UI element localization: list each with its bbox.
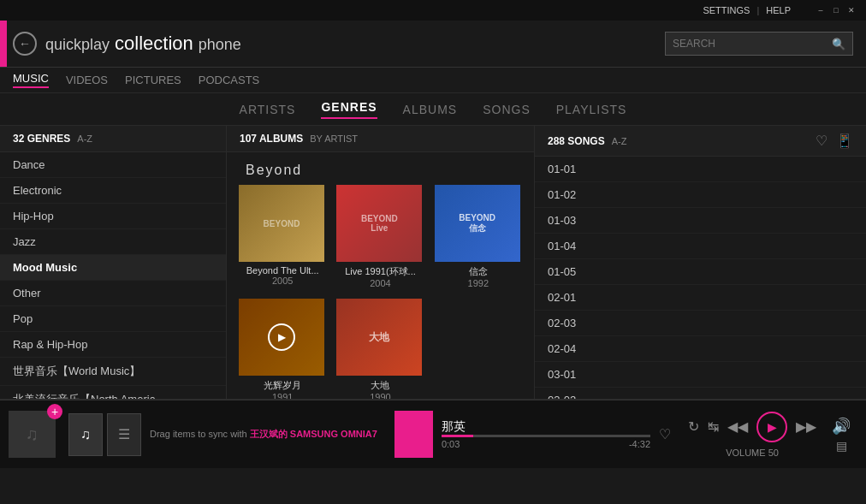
- song-item[interactable]: 02-03: [535, 311, 866, 336]
- albums-panel: 107 ALBUMS BY ARTIST Beyond BEYOND Beyon…: [227, 126, 535, 399]
- shuffle-icon[interactable]: ↹: [708, 418, 719, 435]
- song-item[interactable]: 01-01: [535, 157, 866, 182]
- tab-songs[interactable]: SONGS: [483, 103, 531, 116]
- close-icon[interactable]: ✕: [845, 4, 857, 16]
- album-year: 1992: [435, 278, 522, 288]
- album-live-1991[interactable]: BEYONDLive Live 1991(环球... 2004: [331, 180, 429, 294]
- progress-bar[interactable]: [442, 435, 650, 437]
- genre-north-america-1[interactable]: 北美流行音乐【North Americ...: [0, 386, 226, 399]
- album-year: 1990: [336, 392, 424, 399]
- extra-controls: 🔊 ▤: [825, 417, 857, 453]
- tab-artists[interactable]: ARTISTS: [240, 103, 296, 116]
- album-dadi[interactable]: 大地 大地 1990: [331, 294, 429, 399]
- album-cover-guanghui: ▶: [239, 299, 324, 376]
- genre-other[interactable]: Other: [0, 281, 226, 306]
- search-icon[interactable]: 🔍: [825, 38, 852, 50]
- genres-header: 32 GENRES A-Z: [0, 126, 226, 152]
- songs-panel: 288 SONGS A-Z ♡ 📱 01-01 01-02 01-03 01-0…: [535, 126, 866, 399]
- song-item[interactable]: 02-01: [535, 285, 866, 311]
- songs-header: 288 SONGS A-Z ♡ 📱: [535, 126, 866, 157]
- main-content: 32 GENRES A-Z Dance Electronic Hip-Hop J…: [0, 126, 866, 400]
- subnav-podcasts[interactable]: PODCASTS: [199, 74, 260, 86]
- drag-hint: Drag items to sync with 王汉斌的 SAMSUNG OMN…: [150, 424, 377, 441]
- album-name: 光辉岁月: [239, 379, 326, 392]
- player-thumb-area: ♫ +: [9, 411, 56, 458]
- settings-link[interactable]: SETTINGS: [703, 5, 750, 15]
- drag-device: SAMSUNG OMNIA7: [290, 429, 377, 439]
- genre-mood-music[interactable]: Mood Music: [0, 255, 226, 281]
- player-track-info: 那英 0:03 -4:32: [442, 419, 650, 449]
- album-year: 1991: [239, 392, 326, 399]
- sync-list-icon[interactable]: ☰: [107, 413, 141, 456]
- player-thumb: ♫: [9, 411, 56, 458]
- album-belief[interactable]: BEYOND信念 信念 1992: [430, 180, 527, 294]
- genre-dance[interactable]: Dance: [0, 152, 226, 178]
- tab-albums[interactable]: ALBUMS: [403, 103, 458, 116]
- restore-icon[interactable]: □: [830, 4, 842, 16]
- help-link[interactable]: HELP: [766, 5, 791, 15]
- volume-label: VOLUME 50: [726, 448, 779, 458]
- search-input[interactable]: [666, 38, 825, 50]
- songs-sort[interactable]: A-Z: [612, 136, 627, 146]
- song-item[interactable]: 03-02: [535, 388, 866, 399]
- genre-hiphop[interactable]: Hip-Hop: [0, 204, 226, 229]
- genre-rap[interactable]: Rap & Hip-Hop: [0, 332, 226, 358]
- play-circle-icon: ▶: [268, 323, 295, 351]
- song-item[interactable]: 01-03: [535, 208, 866, 234]
- genre-jazz[interactable]: Jazz: [0, 229, 226, 255]
- song-item[interactable]: 01-04: [535, 234, 866, 259]
- genres-count: 32 GENRES: [13, 133, 70, 145]
- tab-playlists[interactable]: PLAYLISTS: [556, 103, 627, 116]
- genre-world-music[interactable]: 世界音乐【World Music】: [0, 358, 226, 386]
- player-track-name: 那英: [442, 419, 650, 435]
- song-item[interactable]: 01-02: [535, 182, 866, 208]
- play-overlay: ▶: [239, 299, 324, 376]
- equalizer-icon[interactable]: ▤: [836, 439, 847, 453]
- phone-filter-icon[interactable]: 📱: [836, 133, 853, 149]
- quickplay-label[interactable]: quickplay: [45, 36, 110, 54]
- songs-count: 288 SONGS: [548, 135, 605, 147]
- phone-label[interactable]: phone: [199, 36, 241, 54]
- tabs: ARTISTS GENRES ALBUMS SONGS PLAYLISTS: [0, 93, 866, 126]
- collection-label[interactable]: collection: [115, 33, 193, 55]
- artist-label: Beyond: [239, 159, 309, 179]
- back-button[interactable]: ←: [13, 32, 37, 56]
- volume-icon[interactable]: 🔊: [832, 417, 851, 436]
- minimize-icon[interactable]: –: [815, 4, 827, 16]
- album-cover-belief: BEYOND信念: [435, 185, 520, 262]
- subnav-pictures[interactable]: PICTURES: [125, 74, 181, 86]
- album-name: Beyond The Ult...: [239, 265, 326, 276]
- play-button[interactable]: ▶: [756, 412, 787, 442]
- prev-icon[interactable]: ◀◀: [727, 418, 748, 435]
- song-item[interactable]: 02-04: [535, 336, 866, 362]
- albums-sort[interactable]: BY ARTIST: [310, 133, 358, 144]
- next-icon[interactable]: ▶▶: [796, 418, 816, 435]
- subnav-videos[interactable]: VIDEOS: [66, 74, 108, 86]
- heart-filter-icon[interactable]: ♡: [816, 133, 827, 149]
- progress-fill: [442, 435, 473, 437]
- genres-panel: 32 GENRES A-Z Dance Electronic Hip-Hop J…: [0, 126, 227, 399]
- favorite-icon[interactable]: ♡: [659, 426, 671, 442]
- genre-electronic[interactable]: Electronic: [0, 178, 226, 204]
- sync-icons: ♫ ☰: [68, 413, 141, 456]
- loop-icon[interactable]: ↻: [688, 418, 699, 435]
- player-controls: ↻ ↹ ◀◀ ▶ ▶▶ VOLUME 50: [688, 412, 816, 458]
- album-guanghui[interactable]: ▶ 光辉岁月 1991: [234, 294, 331, 399]
- album-beyond-ultimate[interactable]: BEYOND Beyond The Ult... 2005: [234, 180, 331, 294]
- song-item[interactable]: 03-01: [535, 362, 866, 388]
- nav-brand: quickplay collection phone: [45, 33, 241, 55]
- sync-music-icon[interactable]: ♫: [68, 413, 103, 456]
- genres-sort[interactable]: A-Z: [77, 133, 92, 144]
- progress-times: 0:03 -4:32: [442, 439, 650, 449]
- song-item[interactable]: 01-05: [535, 259, 866, 285]
- genre-pop[interactable]: Pop: [0, 306, 226, 332]
- songs-header-icons: ♡ 📱: [816, 133, 853, 149]
- divider: |: [756, 5, 759, 15]
- bottom-player: ♫ + ♫ ☰ Drag items to sync with 王汉斌的 SAM…: [0, 400, 866, 468]
- accent-bar: [0, 21, 7, 67]
- tab-genres[interactable]: GENRES: [321, 100, 377, 119]
- top-bar-links: SETTINGS | HELP: [703, 5, 791, 15]
- album-cover-beyond: BEYOND: [239, 185, 324, 262]
- subnav-music[interactable]: MUSIC: [13, 72, 49, 88]
- add-to-sync-button[interactable]: +: [47, 404, 62, 419]
